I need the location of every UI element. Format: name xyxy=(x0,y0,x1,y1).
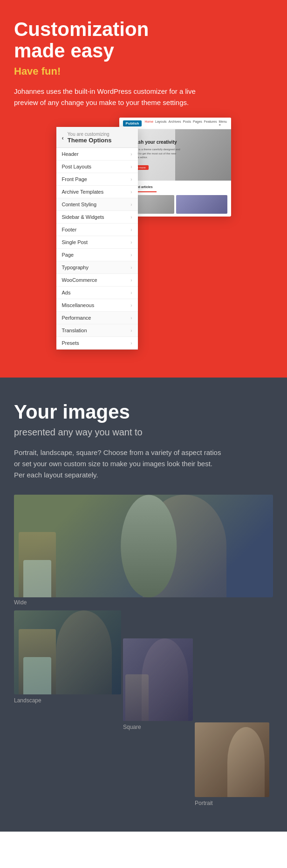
menu-item-translation[interactable]: Translation› xyxy=(56,324,138,337)
menu-item-front-page[interactable]: Front Page› xyxy=(56,173,138,186)
wide-label: Wide xyxy=(14,599,273,606)
landscape-image xyxy=(14,610,121,694)
images-description: Portrait, landscape, square? Choose from… xyxy=(14,447,224,481)
person-portrait xyxy=(227,727,265,797)
image-grid: Wide Landscape Square xyxy=(14,495,273,811)
chevron-icon: › xyxy=(130,152,132,157)
chevron-icon: › xyxy=(130,215,132,220)
customizer-header-label: You are customizing xyxy=(68,132,112,137)
menu-item-miscellaneous[interactable]: Miscellaneous› xyxy=(56,299,138,312)
chevron-icon: › xyxy=(130,164,132,169)
menu-item-sidebar-widgets[interactable]: Sidebar & Widgets› xyxy=(56,211,138,224)
main-title: Customization made easy xyxy=(14,19,273,62)
chevron-icon: › xyxy=(130,278,132,283)
chevron-icon: › xyxy=(130,240,132,245)
landscape-col: Landscape xyxy=(14,610,121,811)
customizer-menu: Header› Post Layouts› Front Page› Archiv… xyxy=(56,148,138,350)
nav-home: Home xyxy=(144,120,153,126)
chevron-icon: › xyxy=(130,202,132,207)
menu-item-presets[interactable]: Presets› xyxy=(56,337,138,350)
square-label: Square xyxy=(123,724,141,806)
nav-posts: Posts xyxy=(183,120,191,126)
nav-features: Features xyxy=(204,120,217,126)
person-square xyxy=(142,638,188,721)
images-subtitle: presented any way you want to xyxy=(14,427,273,438)
chevron-icon: › xyxy=(130,315,132,321)
chevron-icon: › xyxy=(130,227,132,232)
chevron-icon: › xyxy=(130,177,132,182)
menu-item-content-styling[interactable]: Content Styling› xyxy=(56,198,138,211)
person-silhouette-wide xyxy=(143,495,226,597)
preview-card-2 xyxy=(176,195,227,214)
publish-button[interactable]: Publish xyxy=(123,120,142,126)
brushes-square xyxy=(125,674,149,721)
customizer-mockup: ‹ You are customizing Theme Options Head… xyxy=(14,122,273,350)
nav-menu: Menu ≡ xyxy=(219,120,227,126)
nav-pages: Pages xyxy=(193,120,202,126)
chevron-icon: › xyxy=(130,341,132,346)
subtitle: Have fun! xyxy=(14,65,273,77)
menu-item-header[interactable]: Header› xyxy=(56,148,138,161)
menu-item-archive-templates[interactable]: Archive Templates› xyxy=(56,186,138,198)
menu-item-post-layouts[interactable]: Post Layouts› xyxy=(56,161,138,173)
menu-item-page[interactable]: Page› xyxy=(56,249,138,261)
menu-item-footer[interactable]: Footer› xyxy=(56,224,138,236)
menu-item-ads[interactable]: Ads› xyxy=(56,287,138,299)
chevron-icon: › xyxy=(130,290,132,295)
back-icon: ‹ xyxy=(62,134,64,141)
menu-item-performance[interactable]: Performance› xyxy=(56,312,138,324)
nav-archives: Archives xyxy=(169,120,181,126)
description: Johannes uses the built-in WordPress cus… xyxy=(14,86,210,108)
customizer-panel: ‹ You are customizing Theme Options Head… xyxy=(56,127,138,350)
images-title: Your images xyxy=(14,401,273,423)
square-image xyxy=(123,638,193,721)
images-section: Your images presented any way you want t… xyxy=(0,378,287,832)
portrait-col: Portrait xyxy=(195,666,269,811)
chevron-icon: › xyxy=(130,303,132,308)
images-row: Landscape Square Portrait xyxy=(14,610,273,811)
jar-landscape xyxy=(23,657,51,694)
person-landscape xyxy=(56,610,112,694)
wide-image xyxy=(14,495,273,597)
menu-item-woocommerce[interactable]: WooCommerce› xyxy=(56,274,138,287)
customizer-panel-header: ‹ You are customizing Theme Options xyxy=(56,127,138,148)
menu-item-typography[interactable]: Typography› xyxy=(56,261,138,274)
customizer-theme-options: Theme Options xyxy=(68,137,112,144)
portrait-label: Portrait xyxy=(195,800,269,806)
chevron-icon: › xyxy=(130,189,132,195)
menu-item-single-post[interactable]: Single Post› xyxy=(56,236,138,249)
landscape-label: Landscape xyxy=(14,697,121,704)
portrait-image xyxy=(195,722,269,797)
chevron-icon: › xyxy=(130,252,132,258)
customization-section: Customization made easy Have fun! Johann… xyxy=(0,0,287,378)
jar-decoration xyxy=(23,560,51,597)
chevron-icon: › xyxy=(130,328,132,333)
chevron-icon: › xyxy=(130,265,132,270)
square-col: Square xyxy=(123,638,193,811)
nav-layouts: Layouts xyxy=(155,120,167,126)
nav-links: Home Layouts Archives Posts Pages Featur… xyxy=(144,120,227,126)
